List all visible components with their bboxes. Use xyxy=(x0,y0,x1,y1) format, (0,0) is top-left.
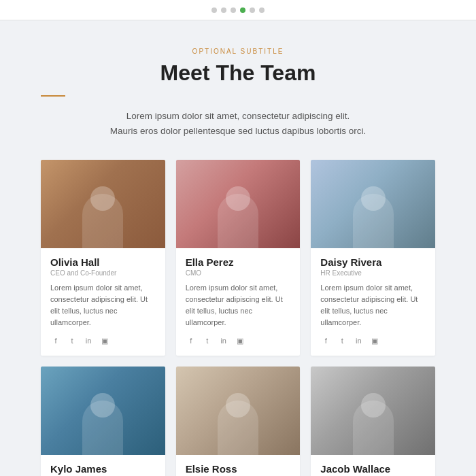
team-photo xyxy=(41,367,165,455)
section-header: OPTIONAL SUBTITLE Meet The Team Lorem ip… xyxy=(41,48,435,138)
team-photo xyxy=(311,160,435,248)
linkedin-icon[interactable]: in xyxy=(218,335,229,346)
instagram-icon[interactable]: ▣ xyxy=(235,335,245,346)
team-name: Olivia Hall xyxy=(50,256,156,268)
meet-the-team-section: OPTIONAL SUBTITLE Meet The Team Lorem ip… xyxy=(0,20,476,476)
team-name: Jacob Wallace xyxy=(320,463,426,475)
team-card: Olivia Hall CEO and Co-Founder Lorem ips… xyxy=(41,160,165,356)
team-card: Elsie Ross CTO Lorem ipsum dolor sit ame… xyxy=(176,367,301,476)
team-card: Daisy Rivera HR Executive Lorem ipsum do… xyxy=(311,160,435,356)
team-role: CMO xyxy=(186,269,291,277)
team-desc: Lorem ipsum dolor sit amet, consectetur … xyxy=(186,282,291,328)
instagram-icon[interactable]: ▣ xyxy=(369,335,380,346)
card-body: Daisy Rivera HR Executive Lorem ipsum do… xyxy=(311,248,435,356)
team-name: Daisy Rivera xyxy=(320,256,426,268)
linkedin-icon[interactable]: in xyxy=(353,335,364,346)
team-grid: Olivia Hall CEO and Co-Founder Lorem ips… xyxy=(41,160,435,476)
team-photo xyxy=(176,160,301,248)
carousel-dots xyxy=(0,0,476,20)
dot-4[interactable] xyxy=(240,7,245,13)
team-name: Kylo James xyxy=(50,463,156,475)
team-desc: Lorem ipsum dolor sit amet, consectetur … xyxy=(320,282,426,328)
team-photo xyxy=(176,367,301,455)
instagram-icon[interactable]: ▣ xyxy=(99,335,110,346)
facebook-icon[interactable]: f xyxy=(320,335,331,346)
team-card: Kylo James COO Lorem ipsum dolor sit ame… xyxy=(41,367,165,476)
linkedin-icon[interactable]: in xyxy=(83,335,94,346)
team-name: Ella Perez xyxy=(186,256,291,268)
section-description: Lorem ipsum dolor sit amet, consectetur … xyxy=(41,109,435,138)
team-card: Jacob Wallace Creative Director Lorem ip… xyxy=(311,367,435,476)
social-icons: ftin▣ xyxy=(50,335,156,346)
card-body: Elsie Ross CTO Lorem ipsum dolor sit ame… xyxy=(176,455,301,476)
facebook-icon[interactable]: f xyxy=(50,335,61,346)
facebook-icon[interactable]: f xyxy=(186,335,197,346)
dot-5[interactable] xyxy=(250,7,255,13)
team-role: HR Executive xyxy=(320,269,426,277)
card-body: Kylo James COO Lorem ipsum dolor sit ame… xyxy=(41,455,165,476)
social-icons: ftin▣ xyxy=(186,335,291,346)
card-body: Olivia Hall CEO and Co-Founder Lorem ips… xyxy=(41,248,165,356)
twitter-icon[interactable]: t xyxy=(337,335,347,346)
dot-6[interactable] xyxy=(259,7,265,13)
team-photo xyxy=(41,160,165,248)
section-title: Meet The Team xyxy=(41,61,435,86)
dot-2[interactable] xyxy=(221,7,226,13)
twitter-icon[interactable]: t xyxy=(202,335,213,346)
team-photo xyxy=(311,367,435,455)
twitter-icon[interactable]: t xyxy=(67,335,78,346)
dot-1[interactable] xyxy=(211,7,217,13)
dot-3[interactable] xyxy=(231,7,236,13)
social-icons: ftin▣ xyxy=(320,335,426,346)
team-role: CEO and Co-Founder xyxy=(50,269,156,277)
optional-subtitle: OPTIONAL SUBTITLE xyxy=(41,48,435,55)
card-body: Ella Perez CMO Lorem ipsum dolor sit ame… xyxy=(176,248,301,356)
divider-line xyxy=(41,95,65,97)
team-name: Elsie Ross xyxy=(186,463,291,475)
team-desc: Lorem ipsum dolor sit amet, consectetur … xyxy=(50,282,156,328)
card-body: Jacob Wallace Creative Director Lorem ip… xyxy=(311,455,435,476)
team-card: Ella Perez CMO Lorem ipsum dolor sit ame… xyxy=(176,160,301,356)
